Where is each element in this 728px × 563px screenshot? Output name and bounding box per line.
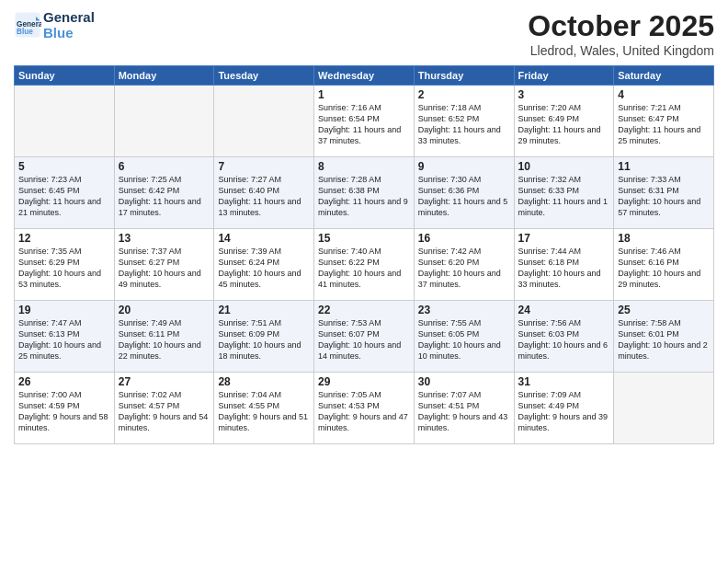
day-info: Sunrise: 7:44 AM [518,246,610,257]
table-row: 16Sunrise: 7:42 AMSunset: 6:20 PMDayligh… [414,229,514,301]
day-info: Daylight: 11 hours and 37 minutes. [318,124,410,146]
table-row: 29Sunrise: 7:05 AMSunset: 4:53 PMDayligh… [314,373,415,444]
day-info: Daylight: 10 hours and 53 minutes. [18,268,110,290]
day-number: 28 [218,375,310,388]
day-info: Sunset: 4:59 PM [18,400,110,411]
day-number: 22 [318,304,410,316]
table-row: 3Sunrise: 7:20 AMSunset: 6:49 PMDaylight… [514,86,614,157]
day-info: Daylight: 11 hours and 9 minutes. [318,196,410,218]
day-info: Daylight: 10 hours and 25 minutes. [18,339,110,362]
table-row [15,86,115,157]
day-number: 19 [18,304,110,316]
logo-line2: Blue [43,25,95,40]
day-info: Sunrise: 7:07 AM [418,389,510,400]
day-info: Sunrise: 7:00 AM [18,389,110,400]
day-info: Sunset: 6:31 PM [618,185,710,196]
day-info: Sunset: 6:01 PM [618,328,710,339]
day-info: Daylight: 10 hours and 57 minutes. [618,196,710,218]
location: Lledrod, Wales, United Kingdom [528,43,714,58]
day-info: Sunset: 6:33 PM [518,185,610,196]
table-row: 7Sunrise: 7:27 AMSunset: 6:40 PMDaylight… [214,157,314,229]
day-info: Daylight: 11 hours and 1 minute. [518,196,610,218]
day-info: Sunset: 6:27 PM [119,257,210,268]
day-number: 18 [618,232,710,245]
table-row [614,373,714,444]
table-row: 24Sunrise: 7:56 AMSunset: 6:03 PMDayligh… [514,301,614,373]
table-row [214,86,314,157]
day-info: Sunset: 6:03 PM [518,328,610,339]
day-info: Sunrise: 7:51 AM [218,317,310,328]
day-info: Daylight: 9 hours and 54 minutes. [119,411,210,433]
day-info: Daylight: 9 hours and 51 minutes. [218,411,310,433]
table-row: 28Sunrise: 7:04 AMSunset: 4:55 PMDayligh… [214,373,314,444]
logo-line1: General [43,9,95,25]
table-row: 4Sunrise: 7:21 AMSunset: 6:47 PMDaylight… [614,86,714,157]
day-number: 26 [18,375,110,388]
day-number: 29 [318,375,410,388]
day-number: 4 [618,88,710,101]
col-monday: Monday [114,66,214,86]
day-info: Sunset: 4:51 PM [418,400,510,411]
calendar-week-row: 26Sunrise: 7:00 AMSunset: 4:59 PMDayligh… [15,373,714,444]
table-row: 26Sunrise: 7:00 AMSunset: 4:59 PMDayligh… [15,373,115,444]
day-info: Sunset: 4:49 PM [518,400,610,411]
day-info: Daylight: 11 hours and 33 minutes. [418,124,510,146]
calendar-week-row: 19Sunrise: 7:47 AMSunset: 6:13 PMDayligh… [15,301,714,373]
day-info: Sunrise: 7:37 AM [119,246,210,257]
day-info: Daylight: 10 hours and 10 minutes. [418,339,510,362]
day-info: Sunrise: 7:20 AM [518,102,610,113]
calendar-header-row: Sunday Monday Tuesday Wednesday Thursday… [15,66,714,86]
col-friday: Friday [514,66,614,86]
day-info: Sunrise: 7:21 AM [618,102,710,113]
day-number: 1 [318,88,410,101]
day-info: Sunrise: 7:49 AM [119,317,210,328]
day-info: Sunset: 6:22 PM [318,257,410,268]
header: General Blue General Blue October 2025 L… [14,9,714,58]
table-row: 27Sunrise: 7:02 AMSunset: 4:57 PMDayligh… [114,373,214,444]
day-info: Sunrise: 7:58 AM [618,317,710,328]
day-number: 31 [518,375,610,388]
day-info: Sunrise: 7:27 AM [218,174,310,185]
table-row: 14Sunrise: 7:39 AMSunset: 6:24 PMDayligh… [214,229,314,301]
table-row: 11Sunrise: 7:33 AMSunset: 6:31 PMDayligh… [614,157,714,229]
day-number: 14 [218,232,310,245]
day-info: Sunset: 4:53 PM [318,400,410,411]
day-info: Sunset: 6:24 PM [218,257,310,268]
day-info: Sunrise: 7:32 AM [518,174,610,185]
day-number: 15 [318,232,410,245]
day-info: Sunset: 6:20 PM [418,257,510,268]
table-row: 23Sunrise: 7:55 AMSunset: 6:05 PMDayligh… [414,301,514,373]
table-row: 8Sunrise: 7:28 AMSunset: 6:38 PMDaylight… [314,157,415,229]
day-info: Sunset: 6:05 PM [418,328,510,339]
day-info: Sunset: 6:54 PM [318,113,410,124]
day-number: 7 [218,160,310,173]
day-info: Sunset: 4:55 PM [218,400,310,411]
day-info: Sunrise: 7:09 AM [518,389,610,400]
day-info: Daylight: 11 hours and 21 minutes. [18,196,110,218]
table-row: 22Sunrise: 7:53 AMSunset: 6:07 PMDayligh… [314,301,415,373]
col-saturday: Saturday [614,66,714,86]
day-info: Daylight: 9 hours and 47 minutes. [318,411,410,433]
day-number: 2 [418,88,510,101]
day-info: Sunset: 6:38 PM [318,185,410,196]
day-info: Sunset: 4:57 PM [119,400,210,411]
day-info: Sunset: 6:13 PM [18,328,110,339]
day-info: Sunrise: 7:28 AM [318,174,410,185]
day-info: Sunrise: 7:04 AM [218,389,310,400]
table-row: 5Sunrise: 7:23 AMSunset: 6:45 PMDaylight… [15,157,115,229]
day-number: 30 [418,375,510,388]
table-row: 18Sunrise: 7:46 AMSunset: 6:16 PMDayligh… [614,229,714,301]
day-info: Sunrise: 7:46 AM [618,246,710,257]
day-info: Daylight: 10 hours and 22 minutes. [119,339,210,362]
table-row: 6Sunrise: 7:25 AMSunset: 6:42 PMDaylight… [114,157,214,229]
day-info: Daylight: 10 hours and 41 minutes. [318,268,410,290]
day-info: Daylight: 11 hours and 29 minutes. [518,124,610,146]
table-row: 13Sunrise: 7:37 AMSunset: 6:27 PMDayligh… [114,229,214,301]
col-thursday: Thursday [414,66,514,86]
day-info: Sunset: 6:07 PM [318,328,410,339]
day-info: Daylight: 11 hours and 25 minutes. [618,124,710,146]
day-info: Daylight: 9 hours and 39 minutes. [518,411,610,433]
col-wednesday: Wednesday [314,66,415,86]
day-info: Sunrise: 7:56 AM [518,317,610,328]
day-info: Daylight: 10 hours and 2 minutes. [618,339,710,362]
